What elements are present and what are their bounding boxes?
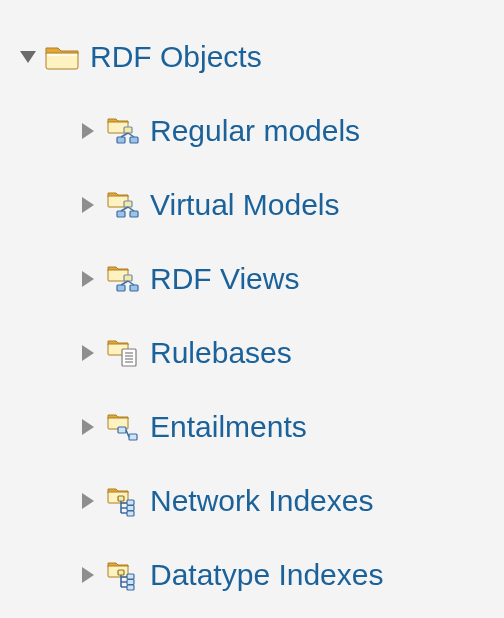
tree-item-label: Regular models	[150, 114, 360, 148]
tree-item-virtual-models[interactable]: Virtual Models	[18, 168, 504, 242]
chevron-right-icon[interactable]	[78, 121, 98, 141]
folder-link-icon	[104, 409, 140, 445]
folder-model-icon	[104, 113, 140, 149]
tree-item-label: Rulebases	[150, 336, 292, 370]
tree-item-label: Virtual Models	[150, 188, 340, 222]
folder-tree-icon	[104, 483, 140, 519]
chevron-right-icon[interactable]	[78, 417, 98, 437]
folder-model-icon	[104, 261, 140, 297]
tree-item-label: RDF Views	[150, 262, 299, 296]
tree-item-network-indexes[interactable]: Network Indexes	[18, 464, 504, 538]
folder-tree-icon	[104, 557, 140, 593]
chevron-right-icon[interactable]	[78, 195, 98, 215]
tree-item-label: Network Indexes	[150, 484, 373, 518]
chevron-right-icon[interactable]	[78, 343, 98, 363]
chevron-right-icon[interactable]	[78, 565, 98, 585]
navigation-tree: RDF Objects Regular models Virtual Model…	[0, 0, 504, 612]
folder-list-icon	[104, 335, 140, 371]
folder-open-icon	[44, 39, 80, 75]
tree-item-rdf-objects[interactable]: RDF Objects	[18, 20, 504, 94]
chevron-down-icon[interactable]	[18, 47, 38, 67]
tree-item-label: Entailments	[150, 410, 307, 444]
tree-item-rdf-views[interactable]: RDF Views	[18, 242, 504, 316]
chevron-right-icon[interactable]	[78, 269, 98, 289]
tree-item-label: RDF Objects	[90, 40, 262, 74]
tree-item-rulebases[interactable]: Rulebases	[18, 316, 504, 390]
chevron-right-icon[interactable]	[78, 491, 98, 511]
tree-item-datatype-indexes[interactable]: Datatype Indexes	[18, 538, 504, 612]
tree-item-label: Datatype Indexes	[150, 558, 383, 592]
tree-item-entailments[interactable]: Entailments	[18, 390, 504, 464]
tree-item-regular-models[interactable]: Regular models	[18, 94, 504, 168]
folder-model-icon	[104, 187, 140, 223]
